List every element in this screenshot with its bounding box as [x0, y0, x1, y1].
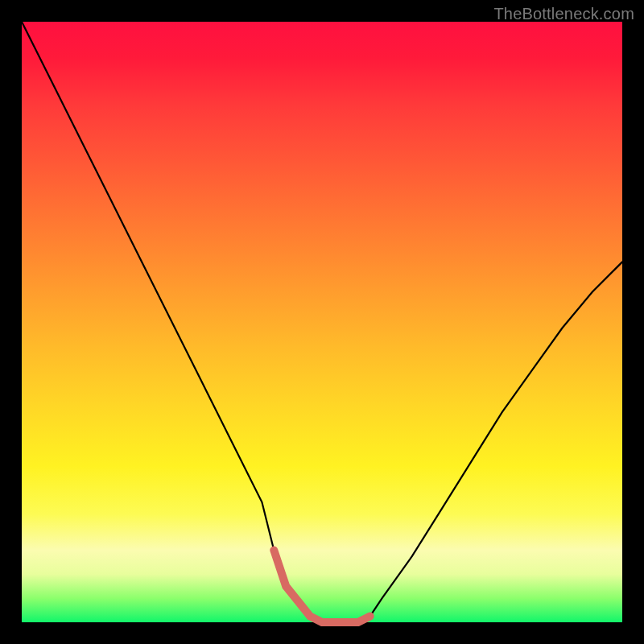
- chart-frame: TheBottleneck.com: [0, 0, 644, 644]
- plot-area: [22, 22, 622, 622]
- watermark-text: TheBottleneck.com: [493, 5, 634, 23]
- flat-region-highlight: [274, 551, 369, 623]
- chart-svg: [22, 22, 622, 622]
- bottleneck-curve: [22, 22, 622, 622]
